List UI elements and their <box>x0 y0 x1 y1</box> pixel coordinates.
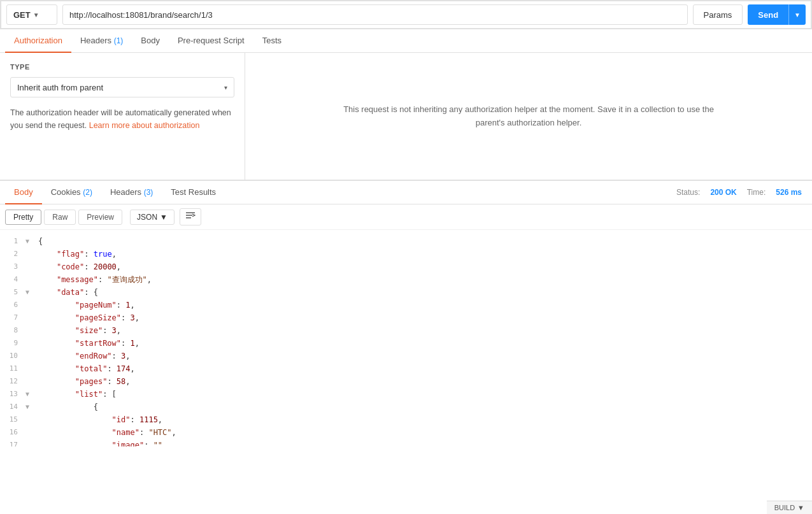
raw-button[interactable]: Raw <box>44 210 76 225</box>
wrap-button[interactable] <box>180 208 201 225</box>
code-line: 17 "image": "", <box>0 439 812 446</box>
time-value: 526 ms <box>776 188 802 197</box>
method-label: GET <box>13 10 31 20</box>
headers-badge: (1) <box>114 36 124 45</box>
send-dropdown-arrow[interactable]: ▼ <box>788 4 806 25</box>
format-value: JSON <box>137 213 157 222</box>
code-line: 5 ▼ "data": { <box>0 286 812 299</box>
code-line: 13 ▼ "list": [ <box>0 388 812 401</box>
tab-headers[interactable]: Headers (1) <box>71 29 132 53</box>
code-line: 16 "name": "HTC", <box>0 426 812 439</box>
tab-pre-request[interactable]: Pre-request Script <box>169 29 253 53</box>
response-meta: Status: 200 OK Time: 526 ms <box>676 188 807 197</box>
auth-type-value: Inherit auth from parent <box>17 83 103 92</box>
format-chevron: ▼ <box>160 213 167 222</box>
collapse-toggle[interactable]: ▼ <box>25 286 36 299</box>
auth-type-select[interactable]: Inherit auth from parent ▾ <box>10 77 234 97</box>
top-bar: GET ▼ Params Send ▼ <box>0 0 812 29</box>
response-code-area[interactable]: 1 ▼ { 2 "flag": true, 3 "code": 20000, 4… <box>0 230 812 446</box>
format-selector[interactable]: JSON ▼ <box>130 210 175 225</box>
auth-type-chevron: ▾ <box>224 84 227 91</box>
code-line: 9 "startRow": 1, <box>0 337 812 350</box>
response-tabs-bar: Body Cookies (2) Headers (3) Test Result… <box>0 181 812 204</box>
code-line: 14 ▼ { <box>0 401 812 413</box>
auth-right-message: This request is not inheriting any autho… <box>338 103 720 130</box>
pretty-button[interactable]: Pretty <box>5 210 41 225</box>
code-line: 6 "pageNum": 1, <box>0 299 812 311</box>
code-line: 12 "pages": 58, <box>0 375 812 388</box>
request-tabs: Authorization Headers (1) Body Pre-reque… <box>0 29 812 53</box>
tab-tests[interactable]: Tests <box>253 29 290 53</box>
params-button[interactable]: Params <box>693 4 743 25</box>
tab-response-headers[interactable]: Headers (3) <box>101 181 162 204</box>
tab-test-results[interactable]: Test Results <box>162 181 225 204</box>
method-selector[interactable]: GET ▼ <box>6 4 57 25</box>
code-line: 11 "total": 174, <box>0 362 812 375</box>
tab-response-cookies[interactable]: Cookies (2) <box>42 181 101 204</box>
code-line: 3 "code": 20000, <box>0 261 812 273</box>
tab-authorization[interactable]: Authorization <box>5 29 71 53</box>
method-chevron: ▼ <box>33 11 39 18</box>
response-tabs: Body Cookies (2) Headers (3) Test Result… <box>5 181 676 204</box>
status-value: 200 OK <box>710 188 736 197</box>
code-line: 2 "flag": true, <box>0 248 812 261</box>
collapse-toggle[interactable]: ▼ <box>25 401 36 413</box>
code-line: 4 "message": "查询成功", <box>0 273 812 286</box>
code-line: 15 "id": 1115, <box>0 413 812 426</box>
collapse-toggle[interactable]: ▼ <box>25 235 36 248</box>
code-line: 7 "pageSize": 3, <box>0 311 812 324</box>
resp-headers-badge: (3) <box>144 188 153 197</box>
status-label: Status: <box>676 188 700 197</box>
auth-right-panel: This request is not inheriting any autho… <box>245 53 812 180</box>
send-button[interactable]: Send ▼ <box>748 4 806 25</box>
auth-left-panel: TYPE Inherit auth from parent ▾ The auth… <box>0 53 245 180</box>
auth-description: The authorization header will be automat… <box>10 106 234 132</box>
url-input[interactable] <box>62 4 688 25</box>
type-label: TYPE <box>10 63 234 71</box>
code-line: 1 ▼ { <box>0 235 812 248</box>
time-label: Time: <box>747 188 766 197</box>
tab-body[interactable]: Body <box>132 29 169 53</box>
cookies-badge: (2) <box>83 188 92 197</box>
preview-button[interactable]: Preview <box>78 210 122 225</box>
code-line: 8 "size": 3, <box>0 324 812 337</box>
send-label: Send <box>748 10 788 20</box>
collapse-toggle[interactable]: ▼ <box>25 388 36 401</box>
response-section: Body Cookies (2) Headers (3) Test Result… <box>0 180 812 446</box>
auth-learn-link[interactable]: Learn more about authorization <box>89 121 200 130</box>
auth-panel: TYPE Inherit auth from parent ▾ The auth… <box>0 53 812 180</box>
tab-response-body[interactable]: Body <box>5 181 42 204</box>
code-line: 10 "endRow": 3, <box>0 350 812 362</box>
body-toolbar: Pretty Raw Preview JSON ▼ <box>0 204 812 230</box>
